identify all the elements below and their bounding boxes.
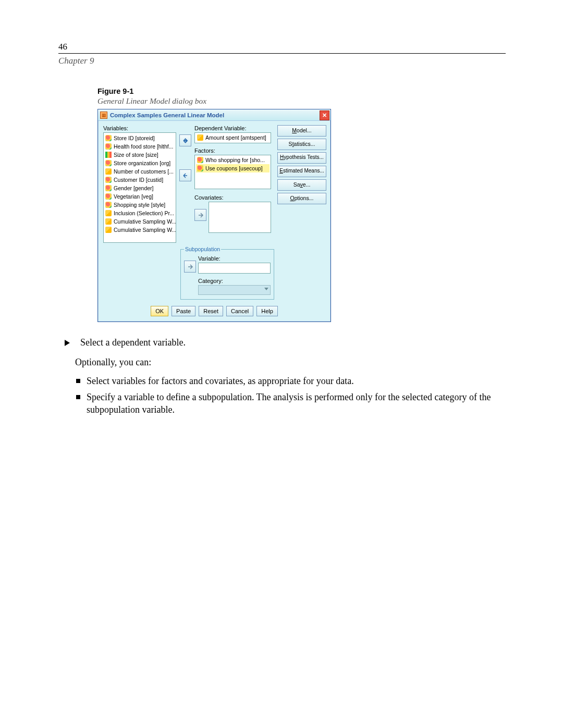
move-factors-button[interactable] <box>179 169 191 181</box>
nominal-icon <box>105 177 112 183</box>
factor-text: Who shopping for [sho... <box>205 156 265 164</box>
htests-button[interactable]: Hypothesis Tests... <box>277 152 326 164</box>
scale-icon <box>197 134 203 141</box>
nominal-icon <box>105 193 112 200</box>
step-text: Select a dependent variable. <box>80 337 186 349</box>
subpop-category-dropdown[interactable] <box>198 285 271 295</box>
nominal-icon <box>105 160 112 166</box>
scale-icon <box>105 218 112 225</box>
variable-text: Inclusion (Selection) Pr... <box>114 209 174 217</box>
subpop-legend: Subpopulation <box>184 246 221 252</box>
move-dependent-button[interactable] <box>179 134 191 146</box>
variable-text: Store ID [storeid] <box>114 134 155 142</box>
variable-text: Customer ID [custid] <box>114 176 163 183</box>
emeans-button[interactable]: Estimated Means... <box>277 166 326 177</box>
list-item[interactable]: Inclusion (Selection) Pr... <box>104 209 175 217</box>
variable-text: Size of store [size] <box>114 151 158 158</box>
list-item[interactable]: Use coupons [usecoup] <box>196 164 270 172</box>
list-item[interactable]: Cumulative Sampling W... <box>104 226 175 234</box>
app-icon: ▦ <box>100 112 107 119</box>
list-item: Specify a variable to define a subpopula… <box>75 391 506 416</box>
ok-button[interactable]: OK <box>151 306 168 316</box>
model-button[interactable]: Model... <box>277 125 326 137</box>
glm-dialog: ▦ Complex Samples General Linear Model ✕… <box>97 109 331 322</box>
list-item[interactable]: Store ID [storeid] <box>104 134 175 142</box>
list-item[interactable]: Health food store [hlthf... <box>104 142 175 151</box>
nominal-icon <box>105 143 112 150</box>
optional-text: Optionally, you can: <box>75 356 506 369</box>
variable-text: Vegetarian [veg] <box>114 193 153 200</box>
triangle-bullet-icon <box>65 340 75 346</box>
variable-text: Store organization [org] <box>114 159 170 167</box>
list-item[interactable]: Shopping style [style] <box>104 201 175 209</box>
reset-button[interactable]: Reset <box>199 306 223 316</box>
variable-text: Cumulative Sampling W... <box>114 218 176 225</box>
figure-label: Figure 9-1 <box>97 87 506 95</box>
ordinal-icon <box>105 152 112 158</box>
scale-icon <box>105 210 112 216</box>
scale-icon <box>105 168 112 175</box>
variable-text: Cumulative Sampling W... <box>114 226 176 233</box>
chevron-down-icon <box>264 288 268 290</box>
dialog-titlebar[interactable]: ▦ Complex Samples General Linear Model ✕ <box>98 109 331 121</box>
cancel-button[interactable]: Cancel <box>226 306 253 316</box>
list-item[interactable]: Who shopping for [sho... <box>196 156 270 164</box>
list-item: Select variables for factors and covaria… <box>75 375 506 388</box>
dependent-label: Dependent Variable: <box>194 125 271 131</box>
dependent-text: Amount spent [amtspent] <box>205 134 266 141</box>
scale-icon <box>105 227 112 233</box>
model-button-text: odel... <box>297 127 312 133</box>
nominal-icon <box>105 202 112 208</box>
variable-text: Shopping style [style] <box>114 201 165 208</box>
list-item[interactable]: Size of store [size] <box>104 151 175 159</box>
list-item[interactable]: Gender [gender] <box>104 184 175 192</box>
nominal-icon <box>197 157 203 163</box>
dependent-item[interactable]: Amount spent [amtspent] <box>196 133 270 142</box>
dependent-slot[interactable]: Amount spent [amtspent] <box>194 132 271 143</box>
variables-listbox[interactable]: Store ID [storeid]Health food store [hlt… <box>103 132 176 243</box>
options-button[interactable]: Options... <box>277 193 326 204</box>
bullet-list: Select variables for factors and covaria… <box>75 375 506 416</box>
dialog-title-text: Complex Samples General Linear Model <box>110 112 224 118</box>
factors-slot[interactable]: Who shopping for [sho...Use coupons [use… <box>194 155 271 189</box>
subpop-var-slot[interactable] <box>198 263 271 274</box>
covariates-label: Covariates: <box>194 194 271 201</box>
nominal-icon <box>197 165 203 171</box>
nominal-icon <box>105 185 112 191</box>
list-item[interactable]: Vegetarian [veg] <box>104 192 175 201</box>
move-covariates-button[interactable] <box>194 209 206 221</box>
list-item[interactable]: Cumulative Sampling W... <box>104 217 175 226</box>
step-row: Select a dependent variable. <box>65 337 506 349</box>
subpopulation-group: Subpopulation Variable: Category: <box>180 246 274 300</box>
chapter-label: Chapter 9 <box>58 56 506 66</box>
statistics-button[interactable]: Statistics... <box>277 139 326 150</box>
list-item[interactable]: Store organization [org] <box>104 159 175 167</box>
factors-label: Factors: <box>194 147 271 154</box>
move-subpop-button[interactable] <box>184 261 196 273</box>
header-rule <box>58 53 506 54</box>
help-button[interactable]: Help <box>256 306 278 316</box>
dialog-footer: OK Paste Reset Cancel Help <box>103 306 325 316</box>
list-item[interactable]: Customer ID [custid] <box>104 176 175 184</box>
statistics-button-text: Statistics... <box>289 141 315 147</box>
factor-text: Use coupons [usecoup] <box>205 165 263 172</box>
close-button[interactable]: ✕ <box>320 110 329 120</box>
subpop-var-label: Variable: <box>198 255 271 262</box>
variable-text: Health food store [hlthf... <box>114 143 173 150</box>
nominal-icon <box>105 135 112 141</box>
page-number: 46 <box>58 42 506 52</box>
variable-text: Number of customers [... <box>114 168 174 175</box>
subpop-cat-label: Category: <box>198 278 271 284</box>
list-item[interactable]: Number of customers [... <box>104 167 175 176</box>
variable-text: Gender [gender] <box>114 184 153 192</box>
figure-caption: General Linear Model dialog box <box>97 96 506 106</box>
covariates-slot[interactable] <box>209 202 271 233</box>
save-button[interactable]: Save... <box>277 179 326 191</box>
paste-button[interactable]: Paste <box>172 306 195 316</box>
variables-label: Variables: <box>103 125 176 131</box>
body-text: Select a dependent variable. Optionally,… <box>69 337 506 416</box>
